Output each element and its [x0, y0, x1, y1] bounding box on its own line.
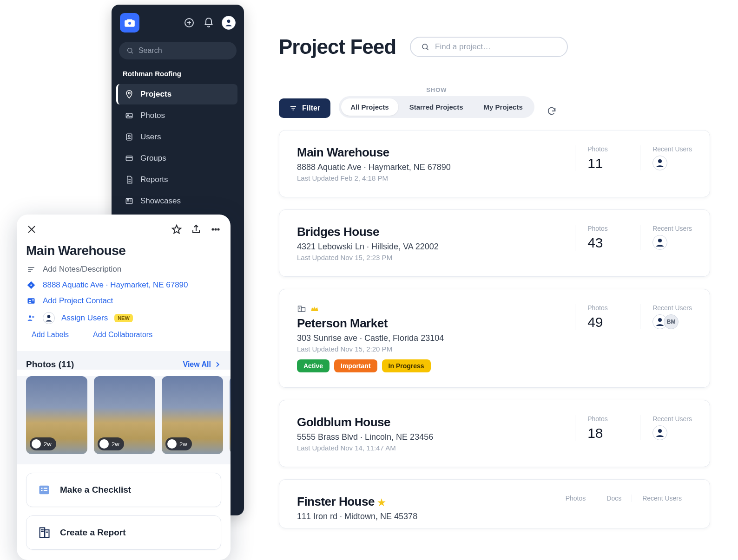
sidebar-item-photos[interactable]: Photos	[118, 105, 237, 126]
nav-label: Showcases	[140, 196, 181, 206]
avatar-icon	[224, 18, 233, 27]
svg-line-6	[132, 52, 133, 53]
project-card[interactable]: Finster House★ 111 Iron rd · Midtown, NE…	[279, 479, 710, 528]
recent-label: Recent Users	[652, 145, 692, 153]
filter-icon	[289, 104, 297, 112]
tab-my-projects[interactable]: My Projects	[474, 98, 532, 116]
sidebar-item-groups[interactable]: Groups	[118, 148, 237, 169]
sidebar-search[interactable]	[119, 42, 237, 59]
svg-point-35	[47, 315, 51, 318]
svg-point-63	[658, 318, 662, 322]
card-address: 303 Sunrise ave · Castle, Florida 23104	[297, 333, 561, 343]
svg-line-53	[427, 48, 428, 50]
photo-thumb[interactable]: 2w	[26, 376, 87, 454]
project-filter-tabs: All Projects Starred Projects My Project…	[339, 96, 534, 118]
sidebar-top	[116, 13, 239, 40]
card-name: Goldblum House	[297, 415, 561, 430]
svg-rect-60	[301, 308, 305, 312]
svg-point-7	[128, 92, 130, 94]
notifications-button[interactable]	[202, 16, 215, 29]
assign-icon	[26, 313, 36, 323]
add-contact-link[interactable]: Add Project Contact	[43, 296, 113, 306]
card-address: 5555 Brass Blvd · Lincoln, NE 23456	[297, 432, 561, 442]
add-labels-link[interactable]: Add Labels	[32, 331, 69, 339]
add-button[interactable]	[183, 16, 196, 29]
close-button[interactable]	[26, 224, 37, 237]
project-card[interactable]: Bridges House 4321 Lebowski Ln · Hillsid…	[279, 209, 710, 277]
sidebar-search-input[interactable]	[138, 46, 229, 55]
svg-point-52	[422, 44, 427, 49]
camera-pin-icon	[124, 17, 136, 29]
groups-icon	[125, 154, 134, 163]
photo-thumbnails: 2w 2w 2w	[17, 376, 231, 464]
thumb-chip: 2w	[30, 437, 56, 450]
nav-label: Projects	[140, 90, 171, 99]
project-detail-panel: Main Warehouse Add Notes/Description 888…	[17, 215, 231, 560]
refresh-button[interactable]	[547, 106, 557, 118]
find-project-input[interactable]	[435, 42, 557, 52]
card-address: 111 Iron rd · Midtown, NE 45378	[297, 512, 552, 521]
nav-label: Groups	[140, 154, 166, 163]
sidebar-item-showcases[interactable]: Showcases	[118, 191, 237, 211]
card-address: 4321 Lebowski Ln · Hillside, VA 22002	[297, 242, 561, 252]
photo-thumb[interactable]: 2w	[94, 376, 155, 454]
svg-point-5	[128, 48, 132, 52]
add-notes-link[interactable]: Add Notes/Description	[43, 265, 121, 274]
sidebar-item-projects[interactable]: Projects	[116, 84, 237, 104]
svg-rect-17	[127, 200, 129, 201]
view-all-link[interactable]: View All	[183, 360, 221, 369]
starred-icon: ★	[377, 497, 386, 508]
sidebar-item-users[interactable]: Users	[118, 127, 237, 147]
tag-active: Active	[297, 359, 329, 372]
assign-users-link[interactable]: Assign Users	[61, 313, 108, 323]
svg-point-23	[215, 228, 216, 230]
profile-avatar[interactable]	[222, 16, 236, 30]
bell-icon	[203, 17, 214, 28]
svg-point-58	[658, 239, 662, 242]
more-button[interactable]	[210, 224, 221, 237]
photos-count: 49	[587, 314, 626, 330]
photos-count: 11	[587, 156, 626, 171]
app-logo[interactable]	[120, 13, 139, 33]
tab-starred-projects[interactable]: Starred Projects	[400, 98, 473, 116]
star-button[interactable]	[171, 224, 182, 237]
close-icon	[26, 224, 37, 235]
tab-all-projects[interactable]: All Projects	[341, 98, 398, 116]
card-name: Peterson Market	[297, 316, 561, 331]
project-card[interactable]: Goldblum House 5555 Brass Blvd · Lincoln…	[279, 400, 710, 467]
svg-point-32	[29, 315, 31, 318]
photo-thumb[interactable]	[230, 376, 231, 454]
user-avatar	[652, 425, 667, 440]
more-icon	[210, 224, 221, 235]
main-content: Project Feed Filter SHOW All Projects St…	[260, 19, 729, 560]
sidebar-item-reports[interactable]: Reports	[118, 169, 237, 190]
project-card[interactable]: Peterson Market 303 Sunrise ave · Castle…	[279, 289, 710, 388]
create-report-button[interactable]: Create a Report	[26, 515, 221, 550]
svg-rect-43	[41, 488, 43, 488]
make-checklist-button[interactable]: Make a Checklist	[26, 473, 221, 507]
project-title: Main Warehouse	[26, 243, 221, 258]
share-icon	[191, 224, 202, 235]
project-card[interactable]: Main Warehouse 8888 Aquatic Ave · Haymar…	[279, 130, 710, 197]
svg-rect-48	[45, 530, 49, 537]
search-icon	[421, 42, 429, 52]
card-name: Bridges House	[297, 225, 561, 239]
photo-thumb[interactable]: 2w	[162, 376, 223, 454]
svg-point-22	[212, 228, 213, 230]
card-updated: Last Updated Nov 14, 11:47 AM	[297, 444, 561, 452]
add-collab-link[interactable]: Add Collaborators	[93, 331, 152, 339]
svg-rect-44	[41, 490, 43, 491]
photos-label: Photos	[587, 145, 626, 153]
showcases-icon	[125, 196, 134, 206]
thumb-chip: 2w	[165, 437, 192, 450]
nav-label: Reports	[140, 175, 168, 184]
share-button[interactable]	[191, 224, 202, 237]
user-avatar-initials: BM	[664, 314, 679, 329]
contact-icon	[26, 296, 36, 306]
chevron-right-icon	[214, 361, 221, 368]
svg-point-64	[658, 429, 662, 433]
filter-button[interactable]: Filter	[279, 98, 330, 118]
project-address[interactable]: 8888 Aquatic Ave · Haymarket, NE 67890	[43, 280, 188, 290]
find-project-search[interactable]	[410, 37, 568, 57]
report-icon	[37, 525, 52, 540]
